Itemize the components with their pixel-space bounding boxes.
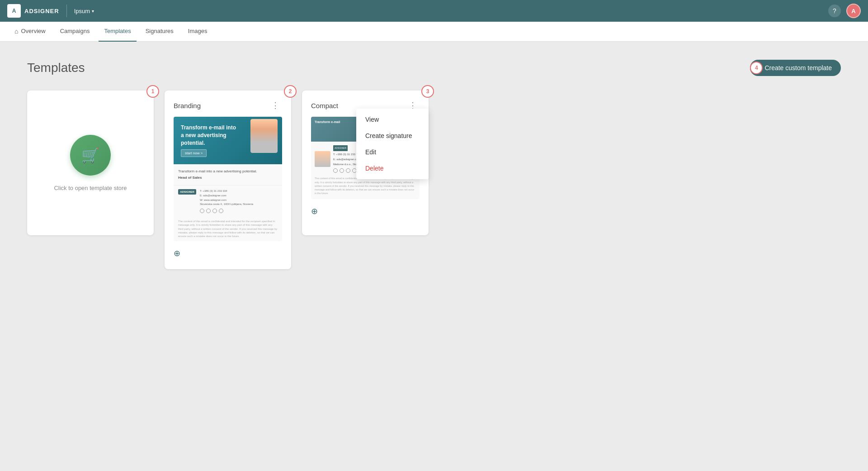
chevron-down-icon: ▾ [92,9,94,14]
create-custom-template-button[interactable]: + Create custom template [750,60,841,76]
help-icon: ? [833,7,836,14]
compact-zoom-button[interactable]: ⊕ [311,205,420,218]
subnav-label-templates: Templates [104,28,131,34]
branding-footer: The content of this email is confidentia… [174,217,282,241]
branding-body: Transform e-mail into a new advertising … [174,164,282,185]
compact-card-title: Compact [311,102,338,109]
home-icon: ⌂ [14,28,18,35]
subnav-item-templates[interactable]: Templates [99,22,136,42]
branding-banner-btn: start now > [181,149,207,157]
cart-icon: 🛒 [81,147,99,164]
logo-text: ADSIGNER [24,8,59,14]
main-content: Templates 4 + Create custom template 1 🛒… [0,42,868,287]
social-icon-2 [206,209,211,213]
social-icons [200,209,253,213]
branding-body-text: Transform e-mail into a new advertising … [178,169,278,174]
add-template-label: Click to open template store [54,185,127,191]
topbar-left: A ADSIGNER Ipsum ▾ [7,4,94,18]
page-title: Templates [27,61,85,75]
branding-preview: Transform e-mail into a new advertising … [174,117,282,241]
topbar-right: ? A [828,4,861,18]
context-menu-edit[interactable]: Edit [356,144,429,160]
sig-logo: ADSIGNER [178,189,196,195]
sig-details: T: +386 (3) 31 233 334 E: ads@adsigner.c… [200,189,253,213]
subnav-item-images[interactable]: Images [183,22,213,42]
add-card-wrapper: 1 🛒 Click to open template store [27,90,154,269]
step-badge-2: 2 [284,85,297,98]
subnav-item-signatures[interactable]: Signatures [140,22,179,42]
branding-card-wrapper: 2 Branding ⋮ Transform e-mail into a new… [165,90,291,269]
page-header: Templates 4 + Create custom template [27,60,841,76]
branding-banner-person [250,119,278,153]
add-circle-icon: 🛒 [70,135,111,176]
compact-avatar [315,151,330,167]
subnav-item-overview[interactable]: ⌂ Overview [9,22,51,42]
logo-icon: A [7,4,21,18]
sig-phone: T: +386 (3) 31 233 334 [200,189,253,194]
branding-card-inner: Branding ⋮ Transform e-mail into a new a… [165,90,291,269]
branding-more-button[interactable]: ⋮ [269,100,282,111]
branding-card-preview: Transform e-mail into a new advertising … [174,117,282,241]
add-template-card[interactable]: 🛒 Click to open template store [27,90,154,235]
context-menu-delete[interactable]: Delete [356,160,429,176]
social-icon-3 [212,209,217,213]
sig-email: E: ads@adsigner.com [200,194,253,198]
context-menu: View Create signature Edit Delete [356,109,429,179]
workspace-selector[interactable]: Ipsum ▾ [74,8,94,14]
compact-card-wrapper: 3 Compact ⋮ View Create signature Edit D… [302,90,429,269]
branding-banner: Transform e-mail into a new advertising … [174,117,282,164]
subnav-label-campaigns: Campaigns [60,28,90,34]
step-badge-1: 1 [146,85,159,98]
compact-social-1 [333,168,338,173]
topbar: A ADSIGNER Ipsum ▾ ? A [0,0,868,22]
help-button[interactable]: ? [828,5,841,17]
subnav-item-campaigns[interactable]: Campaigns [55,22,95,42]
subnav-label-signatures: Signatures [146,28,174,34]
branding-card-header: Branding ⋮ [174,100,282,111]
compact-social-2 [340,168,344,173]
context-menu-create-signature[interactable]: Create signature [356,128,429,144]
branding-signature: ADSIGNER T: +386 (3) 31 233 334 E: ads@a… [174,185,282,216]
compact-footer: The content of this email is confidentia… [311,176,420,199]
compact-social-3 [346,168,350,173]
subnav-label-overview: Overview [21,28,45,34]
subnav-label-images: Images [188,28,208,34]
compact-card-inner: Compact ⋮ View Create signature Edit Del… [302,90,429,227]
cards-grid: 1 🛒 Click to open template store 2 Brand… [27,90,841,269]
person-silhouette [250,119,278,153]
topbar-divider [66,5,67,17]
sig-website: W: www.adsigner.com [200,198,253,203]
logo: A ADSIGNER [7,4,59,18]
subnav: ⌂ Overview Campaigns Templates Signature… [0,22,868,42]
avatar-initials: A [851,8,855,14]
branding-card-title: Branding [174,102,201,109]
step-badge-3: 3 [421,85,434,98]
workspace-name: Ipsum [74,8,90,14]
avatar[interactable]: A [846,4,861,18]
social-icon-4 [219,209,223,213]
branding-job-title: Head of Sales [178,175,278,181]
compact-logo: ADSIGNER [333,145,348,151]
compact-card: Compact ⋮ View Create signature Edit Del… [302,90,429,235]
branding-zoom-button[interactable]: ⊕ [174,247,282,260]
branding-card: Branding ⋮ Transform e-mail into a new a… [165,90,291,269]
social-icon-1 [200,209,204,213]
branding-banner-text: Transform e-mail into a new advertising … [181,124,237,147]
sig-address: Slovenska cesta X, 1000 Ljubljana, Slove… [200,202,253,207]
context-menu-view[interactable]: View [356,111,429,128]
